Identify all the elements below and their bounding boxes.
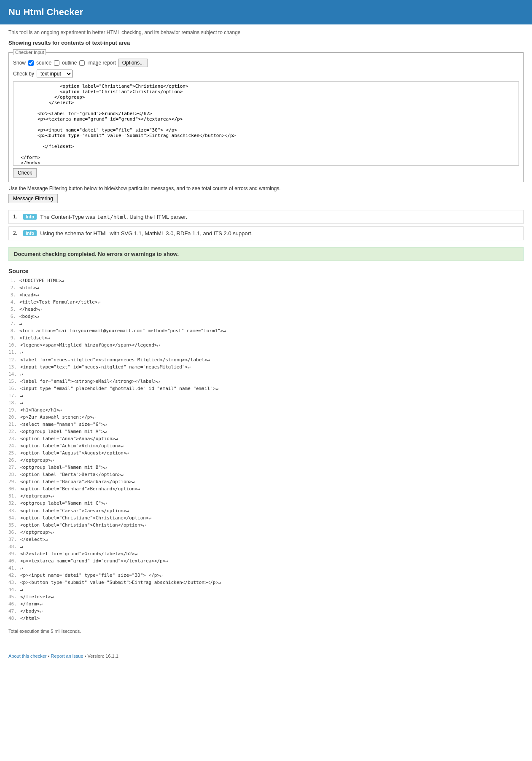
- line-number: 1.: [8, 277, 16, 284]
- line-content: </form>↵: [20, 600, 43, 608]
- line-number: 42.: [8, 572, 17, 579]
- line-content: <p><button type="submit" value="Submit">…: [20, 579, 221, 586]
- line-number: 9.: [8, 334, 16, 342]
- about-link[interactable]: About this checker: [8, 653, 47, 659]
- line-number: 44.: [8, 586, 17, 593]
- outline-label: outline: [62, 60, 77, 66]
- source-label: source: [36, 60, 51, 66]
- line-number: 2.: [8, 284, 16, 291]
- filter-text: Use the Message Filtering button below t…: [8, 186, 524, 191]
- line-content: </optgroup>↵: [20, 529, 54, 536]
- line-content: <p><input name="datei" type="file" size=…: [20, 572, 163, 579]
- success-bar: Document checking completed. No errors o…: [8, 247, 524, 261]
- line-content: <p>Zur Auswahl stehen:</p>↵: [20, 414, 96, 421]
- source-line: 18. ↵: [8, 399, 524, 406]
- source-line: 21. <select name="namen" size="6">↵: [8, 421, 524, 428]
- line-content: <option label="Achim">Achim</option>↵: [20, 442, 124, 449]
- source-line: 24. <option label="Achim">Achim</option>…: [8, 442, 524, 449]
- source-line: 44. ↵: [8, 586, 524, 593]
- source-line: 19. <h1>Ränge</h1>↵: [8, 406, 524, 414]
- source-line: 25. <option label="August">August</optio…: [8, 449, 524, 457]
- line-number: 45.: [8, 593, 17, 600]
- source-line: 4. <title>Test Formular</title>↵: [8, 298, 524, 306]
- line-number: 43.: [8, 579, 17, 586]
- line-number: 24.: [8, 442, 17, 449]
- source-line: 31. </optgroup>↵: [8, 492, 524, 500]
- source-line: 43. <p><button type="submit" value="Subm…: [8, 579, 524, 586]
- source-line: 35. <option label="Christian">Christian<…: [8, 522, 524, 529]
- check-by-select[interactable]: text input file upload URL: [37, 70, 73, 78]
- line-content: <option label="August">August</option>↵: [20, 449, 129, 457]
- line-number: 25.: [8, 449, 17, 457]
- code-textarea[interactable]: <option label="Christiane">Christiane</o…: [13, 81, 519, 166]
- line-content: <option label="Christiane">Christiane</o…: [20, 514, 151, 522]
- report-link[interactable]: Report an issue: [51, 653, 83, 659]
- html-input-textarea[interactable]: <option label="Christiane">Christiane</o…: [15, 83, 517, 164]
- source-checkbox[interactable]: [28, 60, 34, 66]
- line-content: <h1>Ränge</h1>↵: [20, 406, 62, 414]
- source-line: 11. ↵: [8, 349, 524, 356]
- source-line: 36. </optgroup>↵: [8, 529, 524, 536]
- line-number: 13.: [8, 363, 17, 371]
- line-content: <body>↵: [19, 313, 39, 320]
- line-content: ↵: [20, 392, 23, 399]
- image-report-label: image report: [87, 60, 116, 66]
- line-content: <title>Test Formular</title>↵: [19, 298, 100, 306]
- message-item: 1. Info The Content-Type was text/html. …: [8, 210, 524, 224]
- line-content: </fieldset>↵: [20, 593, 54, 600]
- outline-checkbox[interactable]: [54, 60, 59, 66]
- message-item-2: 2. Info Using the schema for HTML with S…: [8, 226, 524, 240]
- options-button[interactable]: Options...: [118, 59, 148, 67]
- line-number: 23.: [8, 435, 17, 442]
- source-line: 48. </html>: [8, 615, 524, 622]
- source-line: 37. </select>↵: [8, 536, 524, 543]
- line-number: 16.: [8, 385, 17, 392]
- line-content: <head>↵: [19, 291, 39, 298]
- check-by-label: Check by: [13, 71, 34, 77]
- line-content: ↵: [19, 320, 22, 327]
- source-line: 7.↵: [8, 320, 524, 327]
- source-line: 29. <option label="Barbara">Barbara</opt…: [8, 478, 524, 485]
- line-number: 12.: [8, 356, 17, 363]
- image-report-checkbox[interactable]: [79, 60, 85, 66]
- line-number: 37.: [8, 536, 17, 543]
- line-content: <option label="Bernhard">Bernhard</optio…: [20, 485, 140, 492]
- source-line: 45. </fieldset>↵: [8, 593, 524, 600]
- footer-sep-1: •: [47, 653, 51, 659]
- show-row: Show source outline image report Options…: [13, 59, 519, 67]
- line-content: <h2><label for="grund">Grund</label></h2…: [20, 550, 137, 557]
- line-number: 41.: [8, 565, 17, 572]
- source-line: 34. <option label="Christiane">Christian…: [8, 514, 524, 522]
- source-line: 47. </body>↵: [8, 608, 524, 615]
- line-content: </head>↵: [19, 306, 42, 313]
- source-line: 15. <label for="email"><strong>eMail</st…: [8, 378, 524, 385]
- line-content: <legend><span>Mitglied hinzufügen</span>…: [20, 342, 160, 349]
- line-number: 48.: [8, 615, 17, 622]
- info-badge-2: Info: [23, 230, 37, 236]
- line-content: <optgroup label="Namen mit B">↵: [20, 464, 107, 471]
- message-filtering-button[interactable]: Message Filtering: [8, 194, 58, 203]
- source-line: 8.<form action="mailto:youremail@yourema…: [8, 327, 524, 334]
- source-line: 27. <optgroup label="Namen mit B">↵: [8, 464, 524, 471]
- line-number: 28.: [8, 471, 17, 478]
- line-number: 34.: [8, 514, 17, 522]
- line-content: <fieldset>↵: [19, 334, 50, 342]
- line-content: </select>↵: [20, 536, 48, 543]
- line-content: ↵: [20, 565, 23, 572]
- line-number: 7.: [8, 320, 16, 327]
- source-line: 26. </optgroup>↵: [8, 457, 524, 464]
- source-line: 9. <fieldset>↵: [8, 334, 524, 342]
- source-line: 38. ↵: [8, 543, 524, 550]
- line-number: 14.: [8, 371, 17, 378]
- line-content: ↵: [20, 586, 23, 593]
- check-button[interactable]: Check: [13, 168, 37, 177]
- line-content: <p><textarea name="grund" id="grund"></t…: [20, 557, 168, 565]
- line-number: 21.: [8, 421, 17, 428]
- checker-input-fieldset: Checker Input Show source outline image …: [8, 49, 524, 182]
- message-number-2: 2.: [13, 230, 20, 236]
- line-number: 33.: [8, 507, 17, 514]
- line-content: ↵: [20, 543, 23, 550]
- checker-input-legend: Checker Input: [13, 49, 46, 55]
- line-number: 29.: [8, 478, 17, 485]
- line-content: <label for="neues-nitglied"><strong>neue…: [20, 356, 210, 363]
